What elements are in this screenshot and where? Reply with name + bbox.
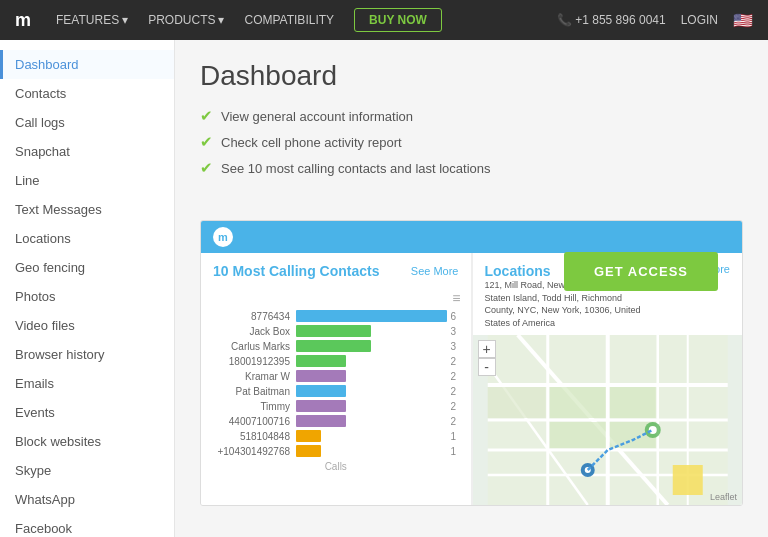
bar-chart: 8776434 6 Jack Box 3 Carlus Marks 3 1800…	[211, 310, 461, 457]
zoom-controls: + -	[478, 340, 496, 376]
bar-fill	[296, 310, 447, 322]
feature-item: ✔Check cell phone activity report	[200, 133, 491, 151]
sidebar-item-call-logs[interactable]: Call logs	[0, 108, 174, 137]
sidebar-item-browser-history[interactable]: Browser history	[0, 340, 174, 369]
bar-track	[296, 310, 447, 322]
check-icon: ✔	[200, 107, 213, 125]
bar-count: 6	[451, 311, 461, 322]
sidebar-item-geo-fencing[interactable]: Geo fencing	[0, 253, 174, 282]
sidebar-item-events[interactable]: Events	[0, 398, 174, 427]
svg-point-18	[648, 426, 656, 434]
bar-track	[296, 370, 447, 382]
page-title: Dashboard	[200, 60, 743, 92]
check-icon: ✔	[200, 159, 213, 177]
sidebar-item-photos[interactable]: Photos	[0, 282, 174, 311]
contacts-panel: 10 Most Calling Contacts See More ≡ 8776…	[201, 253, 472, 505]
bar-fill	[296, 370, 346, 382]
bar-fill	[296, 445, 321, 457]
nav-login[interactable]: LOGIN	[681, 13, 718, 27]
bar-count: 2	[451, 386, 461, 397]
bar-fill	[296, 355, 346, 367]
bar-row: 518104848 1	[211, 430, 461, 442]
svg-rect-13	[549, 422, 605, 448]
contacts-panel-header: 10 Most Calling Contacts See More	[201, 253, 471, 285]
bar-track	[296, 445, 447, 457]
bar-fill	[296, 340, 371, 352]
bar-label: Timmy	[211, 401, 296, 412]
svg-rect-11	[549, 387, 605, 418]
layout: DashboardContactsCall logsSnapchatLineTe…	[0, 40, 768, 537]
bar-fill	[296, 430, 321, 442]
bar-track	[296, 340, 447, 352]
bar-count: 2	[451, 356, 461, 367]
map-svg	[473, 335, 743, 505]
svg-rect-12	[609, 387, 655, 418]
chart-axis-label: Calls	[211, 461, 461, 472]
panel-header-bar: m	[201, 221, 742, 253]
bar-label: 44007100716	[211, 416, 296, 427]
sidebar-item-whatsapp[interactable]: WhatsApp	[0, 485, 174, 514]
nav-flag[interactable]: 🇺🇸	[733, 11, 753, 30]
nav-buy-now[interactable]: BUY NOW	[354, 8, 442, 32]
bar-label: Pat Baitman	[211, 386, 296, 397]
nav-logo: m	[15, 10, 31, 31]
bar-row: 44007100716 2	[211, 415, 461, 427]
bar-count: 1	[451, 446, 461, 457]
sidebar-item-block-websites[interactable]: Block websites	[0, 427, 174, 456]
get-access-button[interactable]: GET ACCESS	[564, 252, 718, 291]
panel-m-logo: m	[213, 227, 233, 247]
sidebar-item-snapchat[interactable]: Snapchat	[0, 137, 174, 166]
sidebar-item-video-files[interactable]: Video files	[0, 311, 174, 340]
feature-item: ✔View general account information	[200, 107, 491, 125]
bar-label: 518104848	[211, 431, 296, 442]
sidebar-item-text-messages[interactable]: Text Messages	[0, 195, 174, 224]
sidebar-item-locations[interactable]: Locations	[0, 224, 174, 253]
bar-count: 2	[451, 416, 461, 427]
topnav-right: 📞 +1 855 896 0041 LOGIN 🇺🇸	[557, 11, 753, 30]
bar-fill	[296, 325, 371, 337]
bar-row: Carlus Marks 3	[211, 340, 461, 352]
bar-count: 1	[451, 431, 461, 442]
bar-label: 18001912395	[211, 356, 296, 367]
zoom-out-button[interactable]: -	[478, 358, 496, 376]
bar-label: 8776434	[211, 311, 296, 322]
bar-row: 18001912395 2	[211, 355, 461, 367]
sidebar-item-facebook[interactable]: Facebook	[0, 514, 174, 537]
feature-list: ✔View general account information✔Check …	[200, 107, 491, 185]
bar-track	[296, 385, 447, 397]
nav-products[interactable]: PRODUCTS ▾	[148, 13, 224, 27]
bar-track	[296, 430, 447, 442]
sidebar-item-line[interactable]: Line	[0, 166, 174, 195]
sidebar-item-contacts[interactable]: Contacts	[0, 79, 174, 108]
zoom-in-button[interactable]: +	[478, 340, 496, 358]
sidebar-item-skype[interactable]: Skype	[0, 456, 174, 485]
feature-item: ✔See 10 most calling contacts and last l…	[200, 159, 491, 177]
sidebar-item-emails[interactable]: Emails	[0, 369, 174, 398]
sidebar-item-dashboard[interactable]: Dashboard	[0, 50, 174, 79]
bar-label: Kramar W	[211, 371, 296, 382]
nav-features[interactable]: FEATURES ▾	[56, 13, 128, 27]
bar-track	[296, 400, 447, 412]
bar-label: Carlus Marks	[211, 341, 296, 352]
nav-compatibility[interactable]: COMPATIBILITY	[244, 13, 334, 27]
bar-row: Kramar W 2	[211, 370, 461, 382]
main-content: Dashboard ✔View general account informat…	[175, 40, 768, 537]
contacts-panel-title: 10 Most Calling Contacts	[213, 263, 379, 279]
nav-phone: 📞 +1 855 896 0041	[557, 13, 666, 27]
bar-row: Timmy 2	[211, 400, 461, 412]
bar-fill	[296, 385, 346, 397]
bar-count: 3	[451, 341, 461, 352]
chart-area: ≡ 8776434 6 Jack Box 3 Carlus Marks 3 18…	[201, 285, 471, 482]
bar-row: Jack Box 3	[211, 325, 461, 337]
contacts-see-more[interactable]: See More	[411, 265, 459, 277]
bar-row: +104301492768 1	[211, 445, 461, 457]
svg-rect-15	[487, 387, 545, 418]
bar-row: Pat Baitman 2	[211, 385, 461, 397]
leaflet-label: Leaflet	[710, 492, 737, 502]
bar-label: +104301492768	[211, 446, 296, 457]
bar-track	[296, 415, 447, 427]
bar-track	[296, 325, 447, 337]
bar-track	[296, 355, 447, 367]
topnav: m FEATURES ▾ PRODUCTS ▾ COMPATIBILITY BU…	[0, 0, 768, 40]
chart-menu-icon[interactable]: ≡	[211, 290, 461, 306]
